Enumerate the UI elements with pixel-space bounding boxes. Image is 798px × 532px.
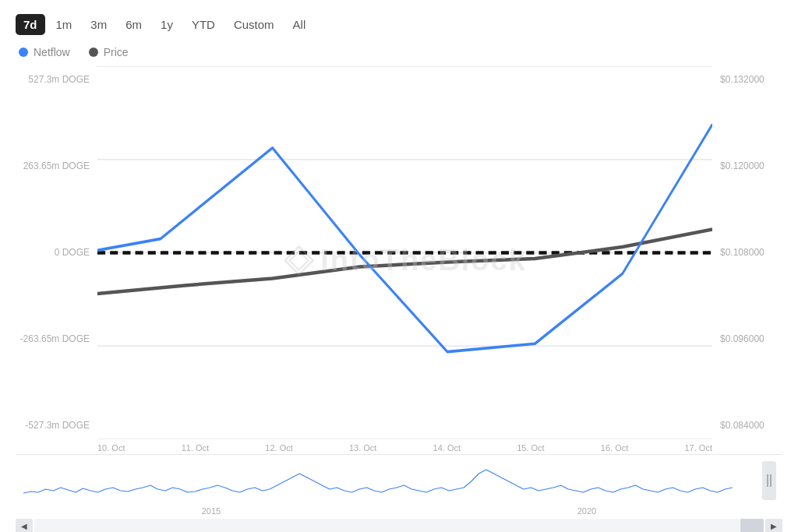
time-btn-6m[interactable]: 6m — [118, 14, 150, 35]
scroll-thumb[interactable] — [740, 519, 764, 532]
y-left-label-4: -527.3m DOGE — [25, 420, 90, 431]
chart-legend: Netflow Price — [16, 46, 782, 58]
time-btn-3m[interactable]: 3m — [83, 14, 115, 35]
mini-resize-handle[interactable] — [762, 461, 776, 500]
y-left-label-3: -263.65m DOGE — [20, 333, 90, 344]
time-btn-1y[interactable]: 1y — [153, 14, 181, 35]
scroll-track[interactable] — [34, 519, 764, 532]
y-left-label-2: 0 DOGE — [55, 247, 90, 258]
main-chart-svg — [97, 66, 712, 439]
mini-chart-svg — [16, 458, 756, 505]
y-left-label-1: 263.65m DOGE — [23, 160, 90, 171]
time-btn-ytd[interactable]: YTD — [184, 14, 223, 35]
chart-inner: IntoTheBlock — [97, 66, 712, 454]
legend-netflow: Netflow — [19, 46, 70, 58]
time-btn-all[interactable]: All — [285, 14, 314, 35]
time-btn-custom[interactable]: Custom — [226, 14, 282, 35]
mini-x-label-2020: 2020 — [577, 506, 596, 516]
x-label-4: 14. Oct — [433, 443, 461, 453]
x-axis: 10. Oct 11. Oct 12. Oct 13. Oct 14. Oct … — [97, 439, 712, 454]
y-right-label-4: $0.084000 — [720, 420, 764, 431]
x-label-6: 16. Oct — [601, 443, 628, 453]
y-left-label-0: 527.3m DOGE — [28, 74, 90, 85]
x-label-3: 13. Oct — [349, 443, 376, 453]
y-axis-left: 527.3m DOGE 263.65m DOGE 0 DOGE -263.65m… — [16, 66, 97, 454]
y-axis-right: $0.132000 $0.120000 $0.108000 $0.096000 … — [712, 66, 782, 454]
price-dot — [89, 48, 98, 57]
time-btn-1m[interactable]: 1m — [48, 14, 80, 35]
mini-chart-inner — [16, 458, 782, 505]
mini-chart-section: 2015 2020 ◀ ▶ — [16, 454, 782, 524]
scroll-right-arrow[interactable]: ▶ — [765, 519, 782, 532]
legend-price: Price — [89, 46, 129, 58]
main-container: 7d1m3m6m1yYTDCustomAll Netflow Price 527… — [0, 0, 798, 532]
x-label-7: 17. Oct — [684, 443, 711, 453]
main-chart-wrapper: 527.3m DOGE 263.65m DOGE 0 DOGE -263.65m… — [16, 66, 782, 454]
y-right-label-0: $0.132000 — [720, 74, 764, 85]
scroll-left-arrow[interactable]: ◀ — [16, 519, 33, 532]
scroll-row: ◀ ▶ — [16, 519, 782, 532]
time-btn-7d[interactable]: 7d — [16, 14, 45, 35]
time-range-selector: 7d1m3m6m1yYTDCustomAll — [16, 14, 782, 35]
legend-netflow-label: Netflow — [34, 46, 70, 58]
y-right-label-3: $0.096000 — [720, 333, 764, 344]
mini-x-labels: 2015 2020 — [16, 505, 782, 516]
x-label-0: 10. Oct — [97, 443, 125, 453]
resize-handle-icon — [765, 473, 773, 488]
legend-price-label: Price — [104, 46, 129, 58]
y-right-label-1: $0.120000 — [720, 160, 764, 171]
mini-x-label-2015: 2015 — [202, 506, 221, 516]
x-label-1: 11. Oct — [182, 443, 209, 453]
chart-area: 527.3m DOGE 263.65m DOGE 0 DOGE -263.65m… — [16, 66, 782, 454]
netflow-dot — [19, 48, 28, 57]
y-right-label-2: $0.108000 — [720, 247, 764, 258]
x-label-2: 12. Oct — [265, 443, 292, 453]
x-label-5: 15. Oct — [517, 443, 544, 453]
